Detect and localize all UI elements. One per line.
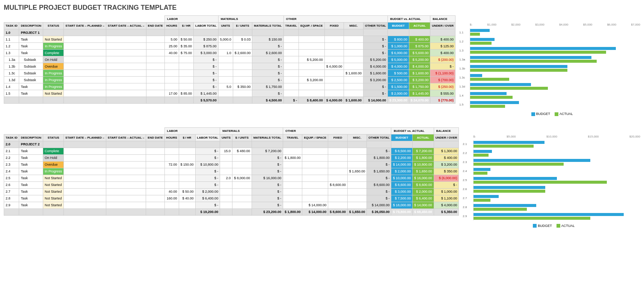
cell-sda[interactable]	[106, 168, 146, 175]
cell-travel[interactable]	[283, 181, 302, 188]
cell-othtot[interactable]: $ 1,600.00	[363, 70, 388, 77]
cell-actual[interactable]: $ 7,200.00	[412, 148, 434, 154]
cell-punit[interactable]	[233, 90, 252, 97]
table-row[interactable]: 2.2TaskOn Hold$ -$ -$ 1,800.00$ 1,800.00…	[4, 154, 459, 161]
cell-sda[interactable]	[106, 195, 146, 202]
cell-balance[interactable]: $ (6,000.00)	[434, 175, 459, 181]
table-row[interactable]: 2.5TaskNot Started$ -2.0$ 8,000.00$ 16,0…	[4, 175, 459, 181]
cell-balance[interactable]: $ (1,100.00)	[430, 70, 455, 77]
cell-actual[interactable]: $ 6,400.00	[412, 195, 434, 202]
cell-ed[interactable]	[146, 63, 164, 70]
cell-hours[interactable]: 17.00	[164, 90, 179, 97]
cell-balance[interactable]: $ 125.00	[430, 43, 455, 50]
cell-desc[interactable]: Task	[19, 175, 43, 181]
cell-sdp[interactable]	[64, 36, 106, 43]
cell-ed[interactable]	[146, 154, 164, 161]
cell-mattot[interactable]: $ 1,750.00	[252, 83, 284, 90]
cell-labtot[interactable]: $ 250.00	[194, 36, 219, 43]
table-row[interactable]: 1.3aSubtaskOn Hold$ -$ -$ 5,200.00$ 5,20…	[4, 56, 455, 63]
cell-sda[interactable]	[106, 161, 146, 168]
cell-ed[interactable]	[146, 195, 164, 202]
cell-actual[interactable]: $ 4,000.00	[409, 63, 430, 70]
cell-desc[interactable]: Task	[19, 154, 43, 161]
cell-travel[interactable]	[284, 56, 299, 63]
cell-budget[interactable]: $ 2,000.00	[391, 168, 413, 175]
cell-misc[interactable]	[347, 148, 367, 154]
cell-misc[interactable]: $ 1,650.00	[347, 168, 367, 175]
cell-budget[interactable]: $ 500.00	[388, 70, 409, 77]
cell-labtot[interactable]: $ -	[195, 154, 220, 161]
cell-desc[interactable]: Task	[19, 90, 43, 97]
cell-status[interactable]: In Progress	[43, 77, 64, 83]
table-row[interactable]: 2.3TaskOverdue72.00$ 150.00$ 10,800.00$ …	[4, 161, 459, 168]
cell-fixed[interactable]	[324, 50, 344, 56]
cell-actual[interactable]: $ 1,445.00	[409, 90, 430, 97]
cell-ed[interactable]	[146, 148, 164, 154]
cell-hours[interactable]	[164, 202, 179, 208]
cell-desc[interactable]: Task	[19, 188, 43, 195]
cell-hours[interactable]: 40.00	[164, 188, 179, 195]
cell-hours[interactable]	[164, 70, 179, 77]
cell-mattot[interactable]: $ 150.00	[252, 36, 284, 43]
cell-mattot[interactable]: $ -	[252, 70, 284, 77]
cell-sdp[interactable]	[64, 168, 106, 175]
cell-actual[interactable]: $ 8,600.00	[412, 181, 434, 188]
cell-units[interactable]: 5.0	[218, 83, 233, 90]
cell-travel[interactable]	[284, 36, 299, 43]
cell-actual[interactable]: $ 14,000.00	[412, 202, 434, 208]
table-row[interactable]: 2.7TaskNot Started40.00$ 50.00$ 2,000.00…	[4, 188, 459, 195]
cell-rate[interactable]: $ 75.00	[179, 50, 193, 56]
cell-actual[interactable]: $ 400.00	[409, 36, 430, 43]
cell-fixed[interactable]: $ 8,600.00	[328, 181, 348, 188]
cell-equip[interactable]: $ 5,200.00	[299, 56, 324, 63]
cell-actual[interactable]: $ 1,750.00	[409, 83, 430, 90]
cell-sda[interactable]	[106, 77, 146, 83]
cell-sdp[interactable]	[64, 50, 106, 56]
cell-fixed[interactable]	[324, 90, 344, 97]
cell-sda[interactable]	[106, 63, 146, 70]
cell-equip[interactable]	[299, 43, 324, 50]
cell-equip[interactable]: $ 14,000.00	[302, 202, 328, 208]
table-row[interactable]: 2.9TaskNot Started$ -$ -$ 14,000.00$ 14,…	[4, 202, 459, 208]
cell-fixed[interactable]	[328, 202, 348, 208]
cell-sdp[interactable]	[64, 161, 106, 168]
cell-labtot[interactable]: $ -	[195, 202, 220, 208]
cell-actual[interactable]: $ 1,650.00	[412, 168, 434, 175]
cell-taskid[interactable]: 1.3b	[4, 63, 19, 70]
cell-sdp[interactable]	[64, 195, 106, 202]
cell-mattot[interactable]: $ -	[252, 202, 283, 208]
cell-hours[interactable]: 72.00	[164, 161, 179, 168]
cell-hours[interactable]: 160.00	[164, 195, 179, 202]
cell-rate[interactable]	[179, 168, 195, 175]
cell-taskid[interactable]: 2.2	[4, 154, 19, 161]
cell-sda[interactable]	[106, 36, 146, 43]
cell-actual[interactable]: $ 5,600.00	[409, 50, 430, 56]
cell-status[interactable]: In Progress	[43, 70, 64, 77]
cell-punit[interactable]	[233, 70, 252, 77]
cell-rate[interactable]: $ 85.00	[179, 90, 193, 97]
cell-misc[interactable]	[347, 175, 367, 181]
cell-status[interactable]: Complete	[43, 148, 64, 154]
cell-balance[interactable]: $ (200.00)	[430, 56, 455, 63]
table-row[interactable]: 1.3cSubtaskIn Progress$ -$ -$ 1,600.00$ …	[4, 70, 455, 77]
cell-fixed[interactable]	[328, 175, 348, 181]
cell-rate[interactable]: $ 150.00	[179, 161, 195, 168]
cell-othtot[interactable]: $ -	[363, 36, 388, 43]
cell-budget[interactable]: $ 1,500.00	[388, 83, 409, 90]
cell-taskid[interactable]: 2.3	[4, 161, 19, 168]
cell-travel[interactable]: $ 1,800.00	[283, 154, 302, 161]
cell-actual[interactable]: $ 3,200.00	[409, 77, 430, 83]
cell-units[interactable]	[218, 63, 233, 70]
cell-misc[interactable]	[347, 195, 367, 202]
cell-units[interactable]	[218, 43, 233, 50]
cell-sdp[interactable]	[64, 56, 106, 63]
cell-rate[interactable]: $ 50.00	[179, 36, 193, 43]
cell-desc[interactable]: Task	[19, 36, 43, 43]
cell-labtot[interactable]: $ -	[195, 175, 220, 181]
cell-mattot[interactable]: $ -	[252, 154, 283, 161]
cell-desc[interactable]: Task	[19, 161, 43, 168]
table-row[interactable]: 2.8TaskNot Started160.00$ 40.00$ 6,400.0…	[4, 195, 459, 202]
cell-hours[interactable]	[164, 168, 179, 175]
cell-units[interactable]	[220, 161, 232, 168]
table-row[interactable]: 2.4TaskIn Progress$ -$ -$ 1,650.00$ 1,65…	[4, 168, 459, 175]
